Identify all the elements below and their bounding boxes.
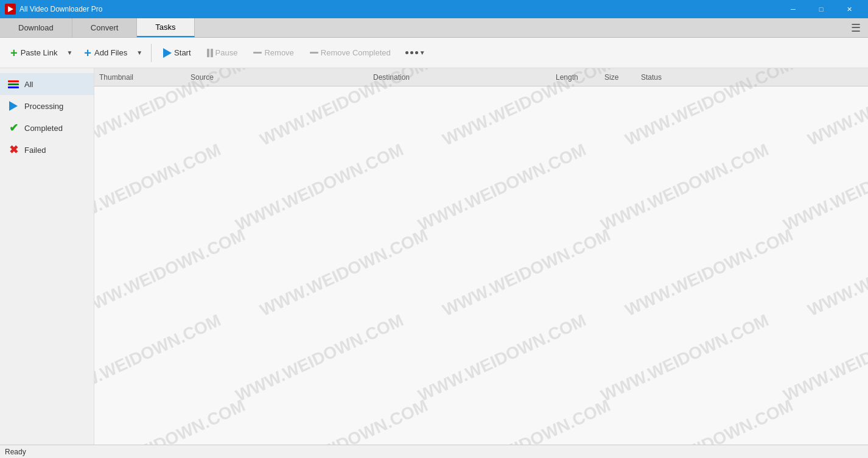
add-files-label: Add Files — [94, 48, 127, 57]
remove-label: Remove — [264, 48, 293, 57]
more-options-button[interactable]: ▼ — [400, 46, 431, 60]
table-header: Thumbnail Source Destination Length Size… — [94, 68, 868, 86]
tab-tasks-label: Tasks — [155, 23, 175, 32]
status-text: Ready — [5, 448, 26, 456]
paste-link-button[interactable]: + Paste Link — [5, 43, 63, 63]
sidebar-item-failed-label: Failed — [24, 146, 46, 155]
sidebar-item-all-label: All — [24, 80, 33, 89]
main-content: Thumbnail Source Destination Length Size… — [94, 68, 868, 445]
restore-button[interactable]: □ — [807, 0, 835, 18]
tab-download-label: Download — [18, 23, 54, 32]
minimize-button[interactable]: ─ — [779, 0, 807, 18]
col-header-size: Size — [604, 73, 641, 82]
add-files-chevron-icon: ▼ — [136, 49, 142, 56]
content-area: All Processing ✔ Completed ✖ Failed — [0, 68, 868, 445]
paste-link-chevron-icon: ▼ — [66, 49, 72, 56]
remove-icon — [253, 52, 262, 54]
hamburger-button[interactable]: ☰ — [844, 18, 868, 37]
toolbar: + Paste Link ▼ + Add Files ▼ Start Pause… — [0, 38, 868, 68]
completed-check-icon: ✔ — [7, 122, 19, 134]
table-body — [94, 86, 868, 445]
add-files-plus-icon: + — [84, 47, 91, 59]
start-label: Start — [174, 48, 191, 57]
col-header-length: Length — [556, 73, 604, 82]
sidebar-item-failed[interactable]: ✖ Failed — [0, 139, 94, 161]
more-dots-icon — [405, 51, 418, 54]
start-button[interactable]: Start — [156, 44, 197, 62]
tab-convert-label: Convert — [91, 23, 119, 32]
more-chevron-icon: ▼ — [419, 49, 425, 56]
tab-download[interactable]: Download — [0, 18, 72, 37]
remove-completed-icon — [310, 52, 318, 54]
sidebar-item-processing[interactable]: Processing — [0, 95, 94, 117]
sidebar-item-all[interactable]: All — [0, 73, 94, 95]
app-title: All Video Downloader Pro — [19, 5, 779, 13]
remove-completed-button[interactable]: Remove Completed — [303, 44, 397, 61]
sidebar-item-completed-label: Completed — [24, 124, 63, 133]
tab-bar: Download Convert Tasks ☰ — [0, 18, 868, 38]
col-header-source: Source — [191, 73, 373, 82]
window-controls: ─ □ ✕ — [779, 0, 863, 18]
pause-label: Pause — [215, 48, 238, 57]
col-header-destination: Destination — [373, 73, 556, 82]
remove-button[interactable]: Remove — [247, 44, 300, 61]
toolbar-separator-1 — [151, 44, 152, 62]
col-header-status: Status — [641, 73, 863, 82]
title-bar: All Video Downloader Pro ─ □ ✕ — [0, 0, 868, 18]
close-button[interactable]: ✕ — [835, 0, 863, 18]
all-lines-icon — [7, 78, 19, 90]
add-files-group: + Add Files ▼ — [79, 43, 146, 63]
paste-link-dropdown-button[interactable]: ▼ — [63, 46, 76, 60]
pause-button[interactable]: Pause — [200, 44, 245, 61]
paste-link-group: + Paste Link ▼ — [5, 43, 76, 63]
hamburger-icon: ☰ — [851, 21, 861, 35]
tab-spacer — [195, 18, 844, 37]
tab-tasks[interactable]: Tasks — [137, 18, 194, 37]
remove-completed-label: Remove Completed — [321, 48, 391, 57]
add-files-dropdown-button[interactable]: ▼ — [133, 46, 146, 60]
add-files-button[interactable]: + Add Files — [79, 43, 133, 63]
start-play-icon — [163, 48, 172, 58]
status-bar: Ready — [0, 445, 868, 458]
sidebar-item-completed[interactable]: ✔ Completed — [0, 117, 94, 139]
col-header-thumbnail: Thumbnail — [99, 73, 191, 82]
pause-icon — [207, 49, 213, 57]
tab-convert[interactable]: Convert — [72, 18, 138, 37]
sidebar: All Processing ✔ Completed ✖ Failed — [0, 68, 94, 445]
paste-link-plus-icon: + — [10, 47, 18, 59]
failed-x-icon: ✖ — [7, 144, 19, 156]
sidebar-item-processing-label: Processing — [24, 102, 63, 111]
app-icon — [5, 4, 16, 15]
paste-link-label: Paste Link — [21, 48, 58, 57]
processing-play-icon — [7, 100, 19, 112]
